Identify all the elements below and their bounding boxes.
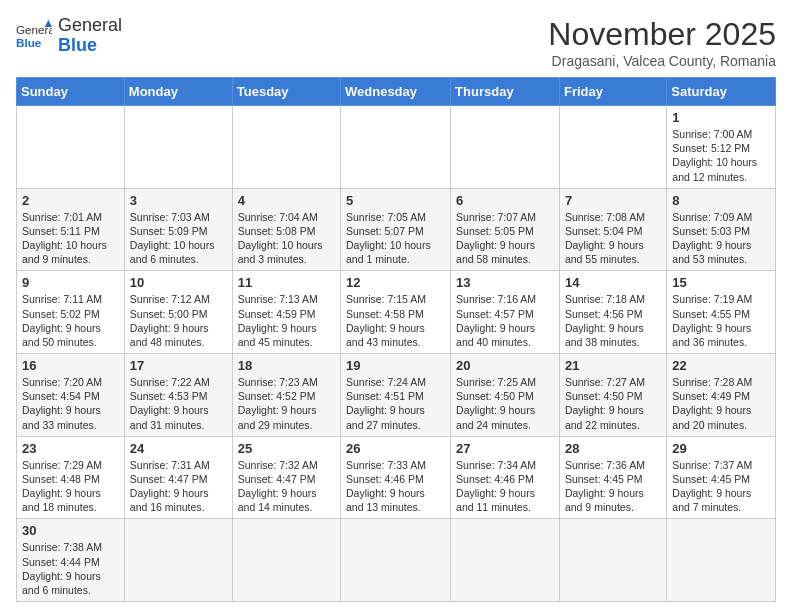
calendar-cell: 27Sunrise: 7:34 AM Sunset: 4:46 PM Dayli… (451, 436, 560, 519)
day-info: Sunrise: 7:19 AM Sunset: 4:55 PM Dayligh… (672, 292, 770, 349)
calendar-cell: 26Sunrise: 7:33 AM Sunset: 4:46 PM Dayli… (341, 436, 451, 519)
day-number: 10 (130, 275, 227, 290)
column-header-monday: Monday (124, 78, 232, 106)
day-number: 7 (565, 193, 661, 208)
day-number: 8 (672, 193, 770, 208)
calendar-cell: 12Sunrise: 7:15 AM Sunset: 4:58 PM Dayli… (341, 271, 451, 354)
column-header-thursday: Thursday (451, 78, 560, 106)
day-info: Sunrise: 7:09 AM Sunset: 5:03 PM Dayligh… (672, 210, 770, 267)
day-number: 26 (346, 441, 445, 456)
calendar-cell: 13Sunrise: 7:16 AM Sunset: 4:57 PM Dayli… (451, 271, 560, 354)
day-number: 27 (456, 441, 554, 456)
day-info: Sunrise: 7:11 AM Sunset: 5:02 PM Dayligh… (22, 292, 119, 349)
calendar-cell: 7Sunrise: 7:08 AM Sunset: 5:04 PM Daylig… (559, 188, 666, 271)
day-info: Sunrise: 7:07 AM Sunset: 5:05 PM Dayligh… (456, 210, 554, 267)
day-number: 25 (238, 441, 335, 456)
calendar-cell (559, 106, 666, 189)
calendar-cell: 3Sunrise: 7:03 AM Sunset: 5:09 PM Daylig… (124, 188, 232, 271)
calendar-cell: 17Sunrise: 7:22 AM Sunset: 4:53 PM Dayli… (124, 354, 232, 437)
day-info: Sunrise: 7:36 AM Sunset: 4:45 PM Dayligh… (565, 458, 661, 515)
calendar-cell: 1Sunrise: 7:00 AM Sunset: 5:12 PM Daylig… (667, 106, 776, 189)
day-number: 22 (672, 358, 770, 373)
day-info: Sunrise: 7:00 AM Sunset: 5:12 PM Dayligh… (672, 127, 770, 184)
day-info: Sunrise: 7:16 AM Sunset: 4:57 PM Dayligh… (456, 292, 554, 349)
calendar-cell: 11Sunrise: 7:13 AM Sunset: 4:59 PM Dayli… (232, 271, 340, 354)
calendar-table: SundayMondayTuesdayWednesdayThursdayFrid… (16, 77, 776, 602)
day-info: Sunrise: 7:20 AM Sunset: 4:54 PM Dayligh… (22, 375, 119, 432)
day-info: Sunrise: 7:34 AM Sunset: 4:46 PM Dayligh… (456, 458, 554, 515)
calendar-cell: 30Sunrise: 7:38 AM Sunset: 4:44 PM Dayli… (17, 519, 125, 602)
day-number: 14 (565, 275, 661, 290)
page-header: General Blue General Blue November 2025 … (16, 16, 776, 69)
calendar-cell (451, 519, 560, 602)
day-number: 21 (565, 358, 661, 373)
day-number: 5 (346, 193, 445, 208)
day-info: Sunrise: 7:04 AM Sunset: 5:08 PM Dayligh… (238, 210, 335, 267)
day-info: Sunrise: 7:31 AM Sunset: 4:47 PM Dayligh… (130, 458, 227, 515)
day-number: 28 (565, 441, 661, 456)
day-number: 3 (130, 193, 227, 208)
day-number: 6 (456, 193, 554, 208)
calendar-cell: 15Sunrise: 7:19 AM Sunset: 4:55 PM Dayli… (667, 271, 776, 354)
day-info: Sunrise: 7:37 AM Sunset: 4:45 PM Dayligh… (672, 458, 770, 515)
calendar-week-row: 30Sunrise: 7:38 AM Sunset: 4:44 PM Dayli… (17, 519, 776, 602)
day-number: 9 (22, 275, 119, 290)
day-number: 18 (238, 358, 335, 373)
day-info: Sunrise: 7:01 AM Sunset: 5:11 PM Dayligh… (22, 210, 119, 267)
day-number: 11 (238, 275, 335, 290)
calendar-cell: 14Sunrise: 7:18 AM Sunset: 4:56 PM Dayli… (559, 271, 666, 354)
svg-text:Blue: Blue (16, 36, 42, 49)
day-number: 15 (672, 275, 770, 290)
day-info: Sunrise: 7:15 AM Sunset: 4:58 PM Dayligh… (346, 292, 445, 349)
calendar-cell: 18Sunrise: 7:23 AM Sunset: 4:52 PM Dayli… (232, 354, 340, 437)
month-title: November 2025 (548, 16, 776, 53)
calendar-cell: 25Sunrise: 7:32 AM Sunset: 4:47 PM Dayli… (232, 436, 340, 519)
day-info: Sunrise: 7:38 AM Sunset: 4:44 PM Dayligh… (22, 540, 119, 597)
calendar-cell: 6Sunrise: 7:07 AM Sunset: 5:05 PM Daylig… (451, 188, 560, 271)
calendar-cell: 9Sunrise: 7:11 AM Sunset: 5:02 PM Daylig… (17, 271, 125, 354)
day-info: Sunrise: 7:28 AM Sunset: 4:49 PM Dayligh… (672, 375, 770, 432)
day-info: Sunrise: 7:33 AM Sunset: 4:46 PM Dayligh… (346, 458, 445, 515)
calendar-cell (451, 106, 560, 189)
day-info: Sunrise: 7:05 AM Sunset: 5:07 PM Dayligh… (346, 210, 445, 267)
calendar-cell: 20Sunrise: 7:25 AM Sunset: 4:50 PM Dayli… (451, 354, 560, 437)
day-info: Sunrise: 7:29 AM Sunset: 4:48 PM Dayligh… (22, 458, 119, 515)
calendar-cell (17, 106, 125, 189)
day-info: Sunrise: 7:24 AM Sunset: 4:51 PM Dayligh… (346, 375, 445, 432)
calendar-cell: 21Sunrise: 7:27 AM Sunset: 4:50 PM Dayli… (559, 354, 666, 437)
calendar-cell: 22Sunrise: 7:28 AM Sunset: 4:49 PM Dayli… (667, 354, 776, 437)
day-number: 1 (672, 110, 770, 125)
day-info: Sunrise: 7:03 AM Sunset: 5:09 PM Dayligh… (130, 210, 227, 267)
calendar-cell (232, 519, 340, 602)
calendar-cell (232, 106, 340, 189)
day-number: 24 (130, 441, 227, 456)
day-info: Sunrise: 7:13 AM Sunset: 4:59 PM Dayligh… (238, 292, 335, 349)
day-info: Sunrise: 7:23 AM Sunset: 4:52 PM Dayligh… (238, 375, 335, 432)
calendar-cell: 19Sunrise: 7:24 AM Sunset: 4:51 PM Dayli… (341, 354, 451, 437)
day-number: 23 (22, 441, 119, 456)
calendar-header-row: SundayMondayTuesdayWednesdayThursdayFrid… (17, 78, 776, 106)
calendar-cell: 28Sunrise: 7:36 AM Sunset: 4:45 PM Dayli… (559, 436, 666, 519)
calendar-cell: 2Sunrise: 7:01 AM Sunset: 5:11 PM Daylig… (17, 188, 125, 271)
logo-icon: General Blue (16, 18, 52, 54)
calendar-cell: 4Sunrise: 7:04 AM Sunset: 5:08 PM Daylig… (232, 188, 340, 271)
column-header-friday: Friday (559, 78, 666, 106)
day-info: Sunrise: 7:12 AM Sunset: 5:00 PM Dayligh… (130, 292, 227, 349)
calendar-cell (124, 106, 232, 189)
calendar-week-row: 9Sunrise: 7:11 AM Sunset: 5:02 PM Daylig… (17, 271, 776, 354)
calendar-week-row: 16Sunrise: 7:20 AM Sunset: 4:54 PM Dayli… (17, 354, 776, 437)
day-info: Sunrise: 7:27 AM Sunset: 4:50 PM Dayligh… (565, 375, 661, 432)
day-info: Sunrise: 7:25 AM Sunset: 4:50 PM Dayligh… (456, 375, 554, 432)
day-number: 13 (456, 275, 554, 290)
day-number: 4 (238, 193, 335, 208)
day-number: 17 (130, 358, 227, 373)
day-number: 16 (22, 358, 119, 373)
title-section: November 2025 Dragasani, Valcea County, … (548, 16, 776, 69)
day-number: 30 (22, 523, 119, 538)
column-header-tuesday: Tuesday (232, 78, 340, 106)
calendar-cell (341, 106, 451, 189)
day-number: 20 (456, 358, 554, 373)
calendar-week-row: 23Sunrise: 7:29 AM Sunset: 4:48 PM Dayli… (17, 436, 776, 519)
column-header-wednesday: Wednesday (341, 78, 451, 106)
day-info: Sunrise: 7:22 AM Sunset: 4:53 PM Dayligh… (130, 375, 227, 432)
